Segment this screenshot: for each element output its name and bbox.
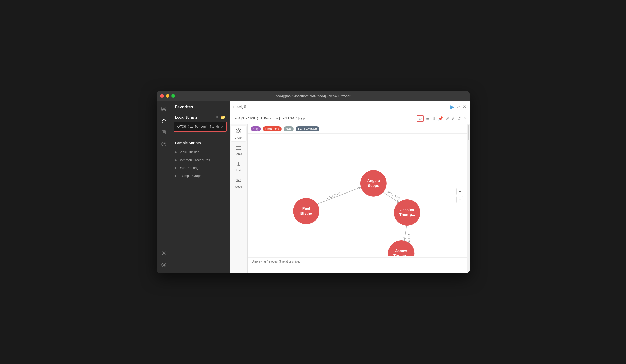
svg-point-9 (163, 264, 165, 266)
local-scripts-section: Local Scripts ⬇ 📁 (171, 112, 230, 122)
result-actions: ☆ ☰ ⬇ 📌 ⤢ ∧ ↺ ✕ (417, 115, 467, 122)
app-body: Favorites Local Scripts ⬇ 📁 MATCH (p1:Pe… (157, 101, 470, 273)
tree-item-label: Common Procedures (179, 158, 210, 162)
close-traffic-light[interactable] (160, 94, 164, 98)
local-scripts-actions: ⬇ 📁 (215, 115, 225, 120)
sidebar-item-favorites[interactable] (159, 116, 169, 126)
favorites-header: Favorites (171, 101, 230, 112)
tab-table-label: Table (235, 152, 242, 155)
zoom-in-button[interactable]: + (456, 188, 463, 195)
icon-sidebar-bottom (159, 248, 169, 270)
tree-item-label: Basic Queries (179, 150, 199, 154)
window-title: neo4j@bolt://localhost:7687/neo4j - Neo4… (276, 94, 351, 98)
graph-canvas: FOLLOWS FOLLOWS FOLLOWS (248, 134, 467, 257)
script-item-text: MATCH (p1:Person)-[:FOLLOWS (177, 125, 216, 129)
node-paul-blythe-label-line1: Paul (302, 206, 310, 210)
refresh-icon[interactable]: ↺ (457, 116, 461, 121)
graph-controls: + − (456, 188, 463, 203)
sidebar-item-help[interactable] (159, 139, 169, 149)
tree-item-common-procedures[interactable]: ▶ Common Procedures (171, 156, 230, 164)
tree-arrow-icon: ▶ (175, 158, 177, 161)
sidebar-item-plugins[interactable] (159, 260, 169, 270)
tree-item-example-graphs[interactable]: ▶ Example Graphs (171, 172, 230, 180)
tab-graph[interactable]: Graph (231, 126, 246, 141)
tree-arrow-icon: ▶ (175, 166, 177, 169)
svg-rect-20 (236, 145, 241, 150)
sample-scripts-header: Sample Scripts (171, 138, 230, 148)
node-james-label-line2: Thomp... (393, 254, 409, 256)
download-result-icon[interactable]: ⬇ (432, 116, 436, 121)
tab-code-label: Code (235, 185, 242, 188)
text-tab-icon (236, 161, 241, 168)
tab-code[interactable]: Code (231, 175, 246, 190)
code-tab-icon (236, 177, 241, 184)
tree-item-basic-queries[interactable]: ▶ Basic Queries (171, 148, 230, 156)
result-toolbar: neo4j$ MATCH (p1:Person)-[:FOLLOWS*]-(p.… (230, 113, 470, 124)
tree-item-label: Data Profiling (179, 166, 199, 170)
sidebar-item-database[interactable] (159, 104, 169, 114)
close-result-icon[interactable]: ✕ (463, 116, 467, 121)
sidebar-item-settings[interactable] (159, 248, 169, 258)
badge-rel-count[interactable]: *(3) (284, 126, 294, 131)
tree-arrow-icon: ▶ (175, 151, 177, 153)
close-editor-icon[interactable]: ✕ (463, 104, 466, 109)
sidebar-item-scripts[interactable] (159, 127, 169, 138)
edge-paul-angela (312, 187, 362, 206)
local-scripts-label: Local Scripts (175, 115, 198, 119)
query-bar: ▶ ⤢ ✕ (230, 101, 470, 113)
node-paul-blythe-label-line2: Blythe (300, 211, 312, 215)
tab-text-label: Text (236, 169, 241, 172)
up-icon[interactable]: ∧ (452, 116, 455, 121)
node-angela-scope-label-line1: Angela (367, 179, 380, 183)
tree-item-data-profiling[interactable]: ▶ Data Profiling (171, 164, 230, 172)
run-button[interactable]: ▶ (450, 104, 454, 110)
graph-area: *(4) Person(4) *(3) FOLLOWS(3) (248, 124, 467, 273)
graph-svg: FOLLOWS FOLLOWS FOLLOWS (248, 134, 467, 256)
node-james-label-line1: James (395, 249, 407, 253)
badge-follows[interactable]: FOLLOWS(3) (296, 126, 319, 131)
edge-label-angela-jessica: FOLLOWS (386, 190, 401, 200)
script-item-actions: 🗑 ✕ (216, 125, 224, 129)
delete-script-icon[interactable]: 🗑 (216, 125, 219, 129)
result-scrollbar[interactable] (467, 124, 470, 273)
script-item[interactable]: MATCH (p1:Person)-[:FOLLOWS 🗑 ✕ (174, 122, 227, 132)
status-bar: Displaying 4 nodes, 3 relationships. (248, 257, 467, 265)
minimize-traffic-light[interactable] (166, 94, 169, 98)
doc-icon[interactable]: ☰ (426, 116, 430, 121)
badges-row: *(4) Person(4) *(3) FOLLOWS(3) (248, 124, 467, 134)
icon-sidebar (157, 101, 171, 273)
title-bar: neo4j@bolt://localhost:7687/neo4j - Neo4… (157, 91, 470, 101)
folder-icon[interactable]: 📁 (221, 115, 225, 120)
query-input[interactable] (233, 105, 448, 109)
status-text: Displaying 4 nodes, 3 relationships. (252, 260, 300, 263)
expand-result-icon[interactable]: ⤢ (446, 116, 449, 121)
traffic-lights (160, 94, 175, 98)
result-panel: neo4j$ MATCH (p1:Person)-[:FOLLOWS*]-(p.… (230, 113, 470, 273)
tab-graph-label: Graph (235, 136, 243, 139)
node-angela-scope-label-line2: Scope (368, 184, 379, 188)
tree-arrow-icon: ▶ (175, 174, 177, 177)
svg-point-0 (162, 107, 166, 108)
pin-icon[interactable]: 📌 (438, 116, 443, 121)
star-button[interactable]: ☆ (417, 115, 424, 122)
divider (175, 136, 225, 136)
maximize-traffic-light[interactable] (171, 94, 175, 98)
content-area: Graph Table (230, 124, 470, 273)
scrollbar-thumb[interactable] (468, 125, 469, 140)
query-actions: ▶ ⤢ ✕ (450, 104, 466, 110)
download-scripts-icon[interactable]: ⬇ (215, 115, 219, 120)
left-panel: Favorites Local Scripts ⬇ 📁 MATCH (p1:Pe… (171, 101, 230, 273)
tree-item-label: Example Graphs (179, 174, 203, 178)
tab-table[interactable]: Table (231, 142, 246, 157)
tab-text[interactable]: Text (231, 158, 246, 174)
close-script-icon[interactable]: ✕ (221, 125, 224, 129)
expand-editor-icon[interactable]: ⤢ (457, 104, 460, 109)
badge-person[interactable]: Person(4) (263, 126, 282, 131)
result-query-text: neo4j$ MATCH (p1:Person)-[:FOLLOWS*]-(p.… (233, 117, 415, 120)
main-content: ▶ ⤢ ✕ neo4j$ MATCH (p1:Person)-[:FOLLOWS… (230, 101, 470, 273)
app-window: neo4j@bolt://localhost:7687/neo4j - Neo4… (157, 91, 470, 273)
table-tab-icon (236, 144, 241, 151)
badge-star-count[interactable]: *(4) (251, 126, 261, 131)
zoom-out-button[interactable]: − (456, 196, 463, 203)
graph-tab-icon (236, 128, 241, 135)
